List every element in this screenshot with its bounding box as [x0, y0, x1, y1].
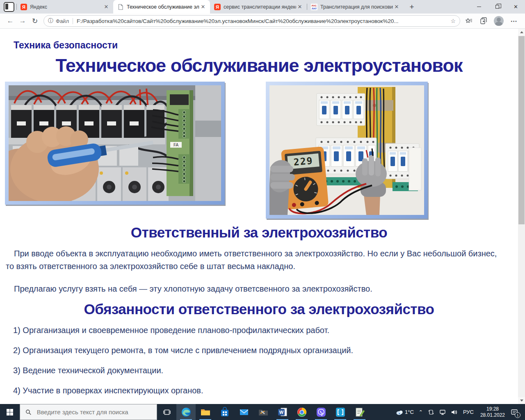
tab-title: Яндекс	[30, 4, 103, 10]
breaker-group-top	[317, 94, 365, 126]
admin-tools-icon	[258, 407, 269, 418]
triangle-down-icon	[520, 399, 523, 402]
tab-title: Техническое обслуживание эле	[127, 4, 199, 10]
task-view-button[interactable]	[157, 404, 176, 420]
notification-badge: 1	[515, 412, 520, 418]
taskbar-search-box[interactable]	[20, 404, 157, 420]
taskbar-edge-button[interactable]	[176, 404, 196, 420]
duty-item: 4) Участие в проверках инспектирующих ор…	[13, 386, 502, 395]
cable-duct	[195, 85, 221, 201]
mail-icon	[239, 407, 249, 418]
page-info-icon[interactable]: ⓘ	[48, 17, 53, 25]
window-close-button[interactable]: ✕	[507, 0, 525, 14]
refresh-button[interactable]: ↻	[29, 15, 41, 27]
language-indicator[interactable]: РУС	[460, 404, 477, 420]
network-icon[interactable]	[437, 404, 448, 420]
tab-translit-service[interactable]: Я сервис транслитерации яндекс ✕	[210, 0, 307, 14]
white-duct	[409, 148, 421, 190]
search-icon	[25, 409, 32, 415]
temperature-label: 1°C	[405, 409, 414, 415]
safety-nav-link[interactable]: Техника безопасности	[14, 40, 118, 51]
control-panel-illustration: FA	[9, 85, 221, 201]
tab-maintenance-active[interactable]: Техническое обслуживание эле ✕	[113, 0, 210, 14]
svg-text:РУС: РУС	[312, 5, 317, 7]
yandex-favicon-icon: Я	[214, 4, 221, 10]
volume-icon[interactable]	[448, 404, 460, 420]
window-controls: ✕	[470, 0, 525, 14]
scroll-up-arrow[interactable]	[518, 29, 525, 36]
task-view-icon	[163, 409, 171, 416]
tab-close-icon[interactable]: ✕	[199, 3, 207, 11]
clock[interactable]: 19:28 28.01.2022	[477, 404, 508, 420]
module-label: FA	[173, 143, 179, 147]
tablet-mode-icon[interactable]	[425, 404, 437, 420]
taskbar-viber-button[interactable]	[311, 404, 331, 420]
page-content: Техника безопасности Техническое обслужи…	[0, 29, 525, 404]
tab-close-icon[interactable]: ✕	[296, 3, 304, 11]
taskbar-chrome-button[interactable]	[292, 404, 311, 420]
tab-actions-menu-icon[interactable]	[4, 2, 14, 12]
system-tray: 1°C ⌃ РУС 19:28 28.01.2022 1	[393, 404, 525, 420]
svg-text:Я: Я	[22, 5, 25, 9]
browser-tab-bar: Я Яндекс ✕ Техническое обслуживание эле …	[0, 0, 525, 14]
notepad-pencil-icon	[354, 407, 365, 418]
section-heading-duties: Обязанности ответственного за электрохоз…	[0, 301, 518, 317]
favorites-icon[interactable]	[464, 16, 473, 25]
taskbar-notepad-button[interactable]	[350, 404, 369, 420]
taskbar-capture-button[interactable]	[331, 404, 350, 420]
window-restore-button[interactable]	[488, 0, 507, 14]
new-tab-button[interactable]: +	[406, 1, 418, 13]
images-row: FA	[5, 82, 518, 219]
toolbar-icons: ⋯	[464, 16, 518, 26]
action-center-button[interactable]: 1	[508, 404, 523, 420]
yandex-favicon-icon: Я	[21, 4, 27, 10]
weather-widget[interactable]: 1°C	[393, 404, 416, 420]
hidden-icons-chevron[interactable]: ⌃	[416, 404, 425, 420]
page-scrollbar[interactable]	[518, 29, 525, 404]
windows-logo-icon	[6, 409, 14, 416]
duties-list: 1) Оргаганизация и своевременное проведе…	[0, 326, 518, 404]
url-text[interactable]: F:/Разработка%20сайтов/Сайт%20обслуживан…	[77, 18, 447, 24]
taskbar-store-button[interactable]	[215, 404, 234, 420]
duty-item: 2) Организация текущего ремонта, в том ч…	[13, 346, 502, 355]
triangle-up-icon	[520, 31, 523, 33]
window-minimize-button[interactable]	[470, 0, 488, 14]
tab-close-icon[interactable]: ✕	[103, 3, 110, 11]
edge-icon	[181, 407, 192, 418]
web-page-viewport: Техника безопасности Техническое обслужи…	[0, 29, 525, 404]
time-label: 19:28	[480, 406, 505, 412]
svg-text:Я: Я	[216, 5, 219, 9]
taskbar-tools-button[interactable]	[253, 404, 273, 420]
back-button[interactable]: ←	[4, 15, 16, 27]
taskbar-explorer-button[interactable]	[196, 404, 215, 420]
taskbar-mail-button[interactable]	[234, 404, 253, 420]
address-bar[interactable]: ⓘ Файл F:/Разработка%20сайтов/Сайт%20обс…	[43, 15, 460, 27]
scrollbar-thumb[interactable]	[518, 36, 525, 224]
search-input[interactable]	[36, 408, 151, 416]
duty-item: 1) Оргаганизация и своевременное проведе…	[13, 326, 502, 335]
add-favorite-icon[interactable]: ☆	[450, 18, 456, 24]
brackets-app-icon	[335, 407, 346, 418]
minimize-icon	[477, 7, 481, 7]
chrome-icon	[297, 407, 307, 418]
tab-translit-seo[interactable]: РУС ЛАТ Транслитерация для поисковик ✕	[307, 0, 404, 14]
forward-button[interactable]: →	[16, 15, 29, 27]
profile-avatar[interactable]	[494, 16, 504, 26]
rus-lat-favicon-icon: РУС ЛАТ	[311, 4, 317, 10]
file-explorer-icon	[200, 407, 211, 418]
settings-menu-icon[interactable]: ⋯	[509, 16, 518, 25]
svg-text:ЛАТ: ЛАТ	[312, 7, 317, 10]
start-button[interactable]	[0, 404, 20, 420]
section-heading-responsible: Ответственный за электрохозяйство	[0, 224, 518, 241]
url-scheme-label: Файл	[56, 18, 69, 24]
tab-yandex[interactable]: Я Яндекс ✕	[16, 0, 113, 14]
multimeter-illustration: 229	[269, 85, 424, 215]
browser-toolbar: ← → ↻ ⓘ Файл F:/Разработка%20сайтов/Сайт…	[0, 14, 525, 29]
taskbar-word-button[interactable]: W	[273, 404, 292, 420]
restore-icon	[495, 5, 499, 9]
tab-close-icon[interactable]: ✕	[393, 3, 400, 11]
collections-icon[interactable]	[479, 16, 488, 25]
tab-title: Транслитерация для поисковик	[320, 4, 393, 10]
scroll-down-arrow[interactable]	[518, 397, 525, 404]
photo-control-panel: FA	[5, 82, 225, 205]
